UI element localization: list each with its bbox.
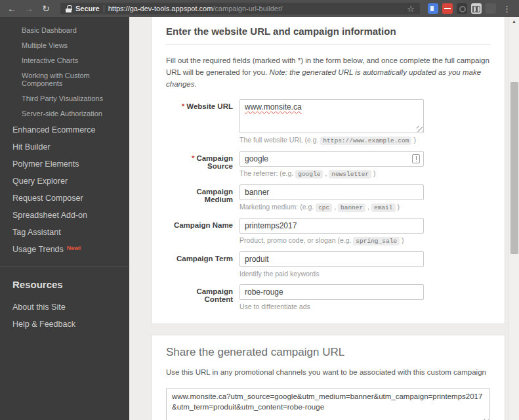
form-card-title: Enter the website URL and campaign infor… [166,24,490,37]
helper-text: , [323,169,329,177]
browser-toolbar: ← → ↻ Secure https://ga-dev-tools.appspo… [0,0,519,17]
helper-text: The full website URL (e.g. [239,136,320,144]
helper-text: , [332,203,338,211]
input-value: produit [245,255,269,264]
extension-icon-blue[interactable] [428,3,438,14]
field-helper-text: Product, promo code, or slogan (e.g. spr… [239,236,424,245]
main-content: Enter the website URL and campaign infor… [129,17,519,420]
sidebar-main-items: Enhanced EcommerceHit BuilderPolymer Ele… [0,122,129,257]
helper-text: Product, promo code, or slogan (e.g. [239,236,353,244]
generated-url-field[interactable]: www.monsite.ca?utm_source=google&utm_med… [166,388,490,420]
form-field-row: *Website URL www.monsite.ca The full web… [166,99,490,144]
bookmark-star-icon[interactable]: ☆ [407,4,415,14]
url-divider [104,5,104,12]
field-label: Campaign Medium [166,184,239,211]
heading-rule [166,44,490,45]
resources-heading: Resources [0,278,129,291]
sidebar-item[interactable]: Hit Builder [0,139,129,155]
generated-url-value: www.monsite.ca?utm_source=google&utm_med… [172,392,482,411]
field-helper-text: The referrer: (e.g. google , newsletter … [239,169,424,178]
extension-icon-red[interactable] [442,3,453,14]
forward-icon[interactable]: → [22,4,35,13]
text-input[interactable]: www.monsite.ca [239,99,424,133]
helper-code-chip: google [295,170,323,178]
form-field-row: Campaign Content robe-rouge Use to diffe… [166,284,490,310]
sidebar-item[interactable]: Query Explorer [0,173,129,189]
sidebar-item[interactable]: Server-side Authorization [0,107,129,120]
sidebar: Basic DashboardMultiple ViewsInteractive… [0,17,129,420]
sidebar-item[interactable]: Multiple Views [0,39,129,52]
share-description: Use this URL in any promotional channels… [166,368,490,376]
sidebar-divider [0,266,129,267]
field-control: google The referrer: (e.g. google , news… [239,151,424,178]
campaign-form: *Website URL www.monsite.ca The full web… [166,99,490,310]
helper-code-chip: newsletter [329,170,371,178]
helper-text: , [365,203,371,211]
sidebar-item[interactable]: Third Party Visualizations [0,92,129,105]
field-control: banner Marketing medium: (e.g. cpc , ban… [239,184,424,211]
autofill-extension-icon[interactable] [412,154,420,163]
extension-icon-dp[interactable] [471,3,482,14]
text-input[interactable]: printemps2017 [239,218,424,234]
field-control: robe-rouge Use to differentiate ads [239,284,424,310]
settings-gear-icon[interactable] [457,3,467,14]
field-label: Campaign Name [166,218,239,245]
sidebar-item[interactable]: Tag Assistant [0,224,129,240]
refresh-icon[interactable]: ↻ [39,4,52,13]
extension-icon-dim[interactable] [486,3,496,14]
helper-text: ) [411,136,415,144]
campaign-form-card: Enter the website URL and campaign infor… [151,17,505,324]
sidebar-item[interactable]: Polymer Elements [0,156,129,172]
address-text[interactable]: https://ga-dev-tools.appspot.com/campaig… [108,5,404,12]
helper-text: Identify the paid keywords [239,270,319,278]
form-field-row: Campaign Name printemps2017 Product, pro… [166,218,490,245]
form-field-row: *Campaign Source google The referrer: (e… [166,151,490,178]
sidebar-item[interactable]: Help & Feedback [0,316,129,332]
sidebar-resource-items: About this SiteHelp & Feedback [0,299,129,332]
text-input[interactable]: robe-rouge [239,284,424,300]
field-helper-text: Use to differentiate ads [239,303,424,310]
page-scrollbar[interactable]: ▲ [509,17,519,420]
required-asterisk: * [182,102,184,110]
sidebar-item[interactable]: Interactive Charts [0,54,129,67]
field-helper-text: The full website URL (e.g. https://www.e… [239,136,424,144]
field-label-text: Campaign Content [196,287,233,303]
sidebar-item[interactable]: Request Composer [0,190,129,206]
field-helper-text: Marketing medium: (e.g. cpc , banner , e… [239,203,424,211]
scroll-up-icon[interactable]: ▲ [509,17,519,26]
field-label-text: Campaign Medium [196,188,233,203]
input-value: robe-rouge [245,287,283,297]
input-value: google [245,154,268,163]
form-field-row: Campaign Term produit Identify the paid … [166,251,490,278]
resize-handle-icon[interactable] [417,126,423,132]
field-control: printemps2017 Product, promo code, or sl… [239,218,424,245]
required-asterisk: * [192,154,194,162]
security-label: Secure [75,5,100,12]
input-value: printemps2017 [245,221,297,230]
scrollbar-thumb[interactable] [510,82,518,254]
sidebar-item[interactable]: About this Site [0,299,129,315]
share-url-card: Share the generated campaign URL Use thi… [151,335,505,420]
text-input[interactable]: banner [239,184,424,200]
back-icon[interactable]: ← [5,4,18,13]
field-control: produit Identify the paid keywords [239,251,424,278]
sidebar-item[interactable]: Spreadsheet Add-on [0,207,129,223]
field-control: www.monsite.ca The full website URL (e.g… [239,99,424,144]
sidebar-item[interactable]: Enhanced Ecommerce [0,122,129,138]
sidebar-item[interactable]: Working with Custom Components [0,69,129,90]
sidebar-item[interactable]: Usage TrendsNew! [0,242,129,257]
field-label-text: Website URL [186,102,233,110]
helper-text: ) [396,203,400,211]
share-card-title: Share the generated campaign URL [166,346,490,359]
new-badge: New! [67,245,81,251]
url-bar[interactable]: Secure https://ga-dev-tools.appspot.com/… [60,3,420,14]
input-value: www.monsite.ca [245,102,302,112]
browser-menu-icon[interactable]: ⋮ [500,4,514,14]
form-field-row: Campaign Medium banner Marketing medium:… [166,184,490,211]
sidebar-item[interactable]: Basic Dashboard [0,24,129,37]
text-input[interactable]: produit [239,251,424,267]
helper-code-chip: banner [338,203,365,212]
text-input[interactable]: google [239,151,424,167]
helper-text: Marketing medium: (e.g. [239,203,316,211]
url-path: /campaign-url-builder/ [213,5,282,12]
